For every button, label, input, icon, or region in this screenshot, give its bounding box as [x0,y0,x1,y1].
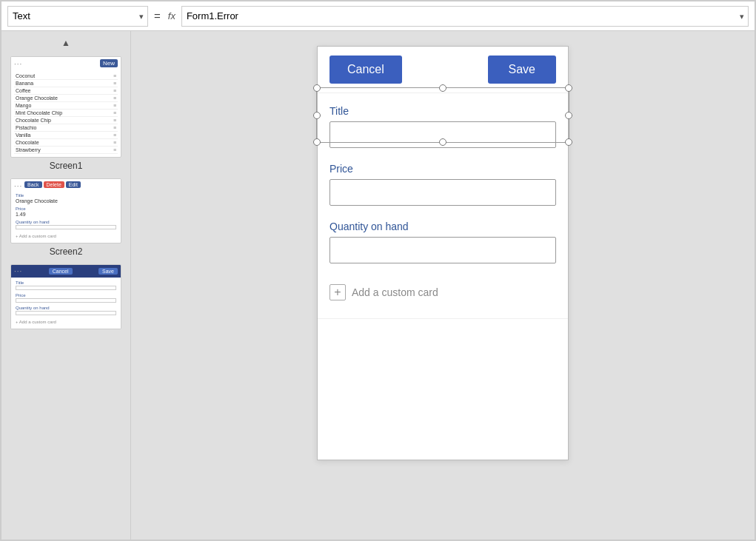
list-item: Banana≡ [14,80,118,87]
list-item: Mint Chocolate Chip≡ [14,110,118,117]
screen3-field-title: Title [16,280,116,290]
screen3-qty-input [16,311,116,315]
screen3-save-btn: Save [98,268,118,275]
price-input[interactable] [330,179,556,206]
screen2-delete-btn: Delete [44,181,64,188]
formula-select[interactable]: Text [7,6,148,27]
screen3-qty-label: Quantity on hand [16,306,116,310]
list-item: Orange Chocolate≡ [14,95,118,102]
list-item: Mango≡ [14,102,118,110]
main-area: ▲ ··· New Coconut≡ Banana≡ Coffee≡ Orang… [1,31,755,541]
form-header: Cancel Save [318,47,568,93]
screen2-dots: ··· [14,182,22,190]
screen3-cancel-btn: Cancel [49,268,73,275]
screen2-thumb-header: ··· Back Delete Edit [11,179,121,190]
screen2-field-price: Price 1.49 [16,206,116,217]
price-label: Price [330,163,556,175]
list-item: Vanilla≡ [14,132,118,139]
form-field-price: Price [330,163,556,206]
form-body: Title Price Quantity on hand + Add a cus… [318,93,568,318]
formula-input[interactable] [181,6,749,27]
list-item: Coffee≡ [14,87,118,95]
cancel-button[interactable]: Cancel [330,56,402,84]
screen1-dots: ··· [14,60,22,68]
formula-equals-sign: = [153,10,162,22]
add-custom-card[interactable]: + Add a custom card [330,278,556,306]
screen2-label: Screen2 [10,246,121,257]
screen2-body: Title Orange Chocolate Price 1.49 Quanti… [11,190,121,243]
title-input[interactable] [330,121,556,148]
screen3-price-label: Price [16,293,116,298]
screen3-title-label: Title [16,280,116,285]
form-field-title: Title [330,105,556,148]
screen2-field-qty: Quantity on hand [16,220,116,229]
save-button[interactable]: Save [488,56,556,84]
list-item: Coconut≡ [14,73,118,80]
left-panel: ▲ ··· New Coconut≡ Banana≡ Coffee≡ Orang… [1,31,131,541]
screen2-back-btn: Back [24,181,42,188]
screen1-thumb: ··· New Coconut≡ Banana≡ Coffee≡ Orange … [10,56,121,158]
screen3-dots: ··· [14,267,22,275]
screen2-qty-input [16,225,116,229]
formula-input-wrapper [181,6,749,27]
form-footer [318,318,568,437]
screen3-field-price: Price [16,293,116,303]
screen1-new-badge: New [100,59,118,67]
add-card-label: Add a custom card [352,286,438,298]
screen2-price-label: Price [16,206,116,211]
screen1-label: Screen1 [10,161,121,171]
formula-fx-label: fx [167,10,177,21]
screen2-thumb: ··· Back Delete Edit Title Orange Chocol… [10,178,121,243]
list-item: Chocolate≡ [14,139,118,147]
add-card-plus-icon: + [330,284,346,300]
screen1-list: Coconut≡ Banana≡ Coffee≡ Orange Chocolat… [11,70,121,157]
quantity-input[interactable] [330,237,556,263]
screen2-field-title: Title Orange Chocolate [16,193,116,204]
form-field-quantity: Quantity on hand [330,221,556,263]
list-item: Pistachio≡ [14,124,118,132]
screen3-field-qty: Quantity on hand [16,306,116,315]
list-item: Strawberry≡ [14,147,118,154]
phone-frame: Cancel Save Title Price Quantity on hand [317,46,569,460]
list-item: Chocolate Chip≡ [14,117,118,124]
screen3-title-input [16,286,116,290]
screen2-title-value: Orange Chocolate [16,198,116,204]
screen3-thumb: ··· Cancel Save Title Price Quantity on … [10,264,121,329]
screen3-body: Title Price Quantity on hand + Add a cus… [11,278,121,329]
screen2-item[interactable]: ··· Back Delete Edit Title Orange Chocol… [10,178,121,257]
screen1-item[interactable]: ··· New Coconut≡ Banana≡ Coffee≡ Orange … [10,56,121,171]
screen2-buttons: Back Delete Edit [24,181,81,188]
screen3-thumb-header: ··· Cancel Save [11,265,121,278]
title-label: Title [330,105,556,117]
quantity-label: Quantity on hand [330,221,556,232]
screen2-edit-btn: Edit [66,181,81,188]
screen3-item[interactable]: ··· Cancel Save Title Price Quantity on … [10,264,121,329]
screen2-qty-label: Quantity on hand [16,220,116,224]
canvas-area: Cancel Save Title Price Quantity on hand [131,31,755,541]
screen3-add-card: + Add a custom card [16,318,116,326]
formula-bar: Text = fx [1,1,755,31]
scroll-up-button[interactable]: ▲ [58,37,73,49]
formula-select-wrapper: Text [7,6,148,27]
screen2-add-card: + Add a custom card [16,232,116,240]
screen3-price-input [16,298,116,303]
screen1-thumb-header: ··· New [11,57,121,70]
screen2-title-label: Title [16,193,116,198]
screen2-price-value: 1.49 [16,212,116,217]
